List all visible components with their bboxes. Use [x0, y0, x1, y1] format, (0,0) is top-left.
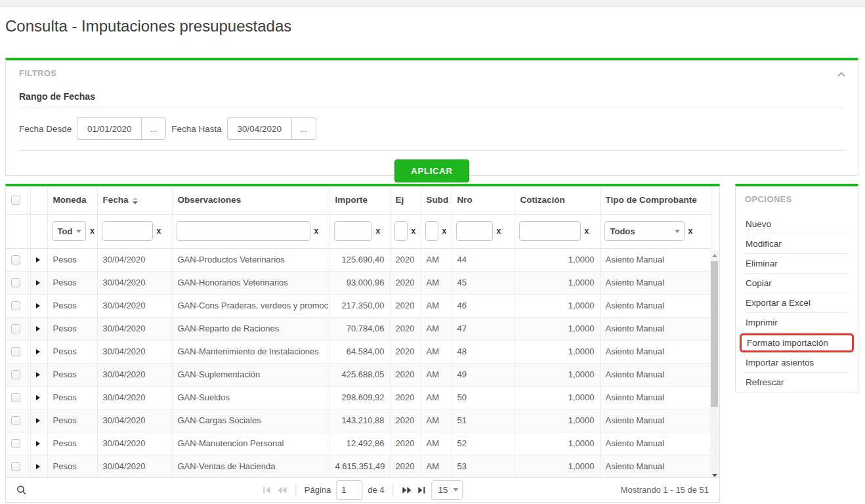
- row-checkbox[interactable]: [11, 324, 20, 333]
- cell-ej: 2020: [390, 432, 421, 455]
- select-all-checkbox[interactable]: [11, 196, 20, 205]
- expand-row-icon[interactable]: [36, 303, 40, 308]
- cell-nro: 48: [452, 340, 515, 363]
- fecha-filter-input[interactable]: [102, 221, 153, 241]
- previous-page-button[interactable]: [276, 486, 287, 494]
- column-header-tipo-comprobante[interactable]: Tipo de Comprobante: [600, 186, 711, 214]
- clear-cotizacion-filter[interactable]: x: [585, 226, 589, 236]
- records-status-text: Mostrando 1 - 15 de 51: [621, 485, 709, 495]
- ej-filter-input[interactable]: [394, 221, 408, 241]
- row-checkbox[interactable]: [11, 462, 20, 471]
- cotizacion-filter-input[interactable]: [519, 221, 581, 241]
- observaciones-filter-input[interactable]: [177, 221, 310, 241]
- column-header-ej[interactable]: Ej: [390, 186, 421, 214]
- column-header-cotizacion[interactable]: Cotización: [515, 186, 600, 214]
- clear-nro-filter[interactable]: x: [497, 226, 501, 236]
- table-row[interactable]: Pesos 30/04/2020 GAN-Reparto de Raciones…: [6, 317, 711, 340]
- cell-tipo-comprobante: Asiento Manual: [600, 432, 711, 455]
- row-checkbox[interactable]: [11, 347, 20, 356]
- cell-nro: 46: [452, 294, 515, 317]
- clear-importe-filter[interactable]: x: [376, 226, 381, 236]
- fecha-hasta-input[interactable]: [227, 117, 291, 140]
- expand-row-icon[interactable]: [36, 372, 40, 377]
- scroll-up-arrow[interactable]: [712, 254, 717, 257]
- aplicar-button[interactable]: APLICAR: [394, 159, 469, 182]
- cell-importe: 64.584,00: [329, 340, 390, 363]
- last-page-button[interactable]: [418, 486, 427, 494]
- expand-row-icon[interactable]: [36, 326, 40, 331]
- page-number-input[interactable]: [336, 480, 362, 500]
- row-checkbox[interactable]: [11, 301, 20, 310]
- table-row[interactable]: Pesos 30/04/2020 GAN-Productos Veterinar…: [6, 248, 711, 271]
- cell-tipo-comprobante: Asiento Manual: [600, 455, 711, 478]
- expand-row-icon[interactable]: [36, 418, 40, 423]
- column-header-subd[interactable]: Subd: [421, 186, 452, 214]
- cell-moneda: Pesos: [47, 409, 97, 432]
- scrollbar-thumb[interactable]: [711, 261, 718, 407]
- cell-cotizacion: 1,0000: [515, 248, 600, 271]
- option-item[interactable]: Importar asientos: [745, 353, 849, 373]
- row-checkbox[interactable]: [11, 255, 20, 264]
- row-checkbox[interactable]: [11, 439, 20, 448]
- page-size-select[interactable]: 15: [432, 480, 463, 500]
- importe-filter-input[interactable]: [334, 221, 372, 241]
- option-item[interactable]: Modificar: [745, 234, 849, 254]
- table-row[interactable]: Pesos 30/04/2020 GAN-Manutencion Persona…: [6, 432, 711, 455]
- fecha-desde-picker-button[interactable]: ...: [141, 117, 166, 140]
- vertical-scrollbar[interactable]: [710, 251, 719, 480]
- next-page-button[interactable]: [402, 486, 413, 494]
- option-item[interactable]: Formato importación: [740, 333, 854, 352]
- table-row[interactable]: Pesos 30/04/2020 GAN-Honorarios Veterina…: [6, 271, 711, 294]
- option-item[interactable]: Refrescar: [745, 373, 849, 392]
- clear-fecha-filter[interactable]: x: [157, 226, 161, 236]
- clear-ej-filter[interactable]: x: [411, 226, 416, 236]
- clear-tipo-filter[interactable]: x: [688, 226, 693, 236]
- clear-subd-filter[interactable]: x: [442, 226, 447, 236]
- expand-row-icon[interactable]: [36, 395, 40, 400]
- search-icon[interactable]: [16, 485, 27, 495]
- tipo-comprobante-filter-select[interactable]: Todos: [604, 221, 685, 241]
- expand-row-icon[interactable]: [36, 257, 40, 262]
- expand-row-icon[interactable]: [36, 280, 40, 285]
- table-row[interactable]: Pesos 30/04/2020 GAN-Mantenimiento de In…: [6, 340, 711, 363]
- cell-observaciones: GAN-Reparto de Raciones: [172, 317, 329, 340]
- clear-moneda-filter[interactable]: x: [90, 226, 95, 236]
- column-header-nro[interactable]: Nro: [452, 186, 515, 214]
- expand-row-icon[interactable]: [36, 349, 40, 354]
- cell-moneda: Pesos: [47, 386, 97, 409]
- moneda-filter-select[interactable]: Tod: [52, 221, 87, 241]
- option-item[interactable]: Exportar a Excel: [745, 293, 849, 313]
- fecha-hasta-picker-button[interactable]: ...: [291, 117, 316, 140]
- option-item[interactable]: Imprimir: [745, 313, 849, 333]
- results-table: Moneda Fecha Observaciones Importe Ej Su…: [6, 186, 711, 478]
- table-row[interactable]: Pesos 30/04/2020 GAN-Suplementación 425.…: [6, 363, 711, 386]
- clear-observaciones-filter[interactable]: x: [314, 226, 319, 236]
- table-row[interactable]: Pesos 30/04/2020 GAN-Ventas de Hacienda …: [6, 455, 711, 478]
- fecha-desde-input[interactable]: [77, 117, 141, 140]
- column-header-fecha[interactable]: Fecha: [97, 186, 172, 214]
- column-header-importe[interactable]: Importe: [329, 186, 390, 214]
- expand-row-icon[interactable]: [36, 464, 40, 469]
- row-checkbox[interactable]: [11, 370, 20, 379]
- option-item[interactable]: Eliminar: [745, 254, 849, 274]
- filters-panel-title: FILTROS: [19, 68, 845, 78]
- table-row[interactable]: Pesos 30/04/2020 GAN-Cons Praderas, verd…: [6, 294, 711, 317]
- collapse-panel-icon[interactable]: [837, 68, 846, 80]
- option-item[interactable]: Nuevo: [745, 215, 849, 234]
- subd-filter-input[interactable]: [425, 221, 438, 241]
- column-header-moneda[interactable]: Moneda: [47, 186, 97, 214]
- first-page-button[interactable]: [263, 486, 271, 494]
- row-checkbox[interactable]: [11, 278, 20, 287]
- row-checkbox[interactable]: [11, 416, 20, 425]
- column-header-observaciones[interactable]: Observaciones: [172, 186, 329, 214]
- table-row[interactable]: Pesos 30/04/2020 GAN-Sueldos 298.609,92 …: [6, 386, 711, 409]
- cell-fecha: 30/04/2020: [97, 455, 172, 478]
- cell-fecha: 30/04/2020: [97, 432, 172, 455]
- options-list: Nuevo Modificar Eliminar Copiar Exportar…: [745, 215, 849, 392]
- option-item[interactable]: Copiar: [745, 274, 849, 293]
- option-item-label: Imprimir: [746, 318, 778, 327]
- expand-row-icon[interactable]: [36, 441, 40, 446]
- nro-filter-input[interactable]: [456, 221, 493, 241]
- row-checkbox[interactable]: [11, 393, 20, 402]
- table-row[interactable]: Pesos 30/04/2020 GAN-Cargas Sociales 143…: [6, 409, 711, 432]
